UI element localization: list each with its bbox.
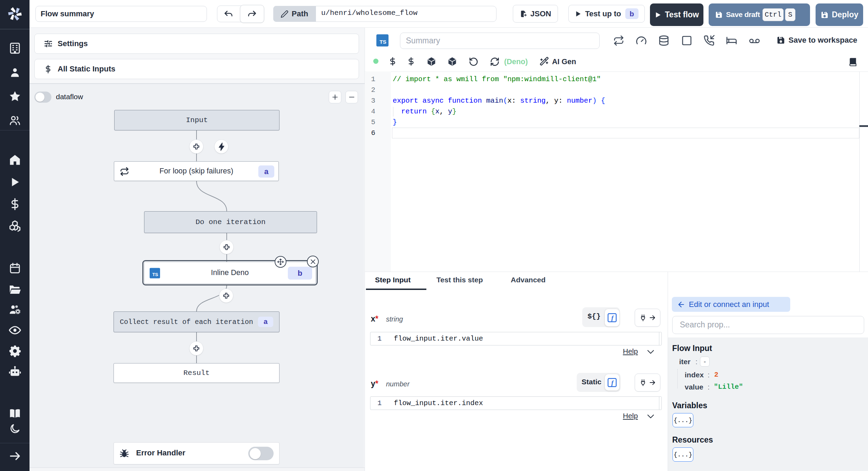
svg-text:f: f — [611, 379, 614, 386]
svg-text:f: f — [611, 314, 614, 322]
svg-text:TS: TS — [379, 39, 386, 45]
svg-text:TS: TS — [152, 272, 158, 277]
